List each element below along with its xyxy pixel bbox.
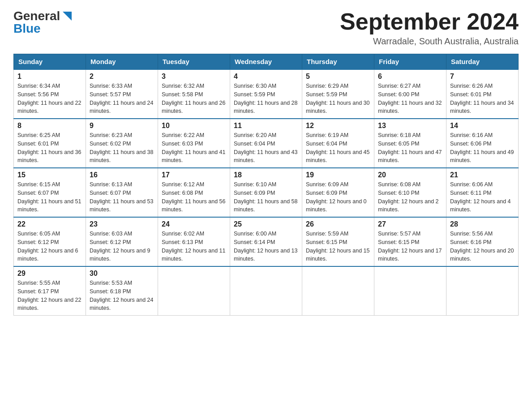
day-cell: 17 Sunrise: 6:12 AM Sunset: 6:08 PM Dayl… bbox=[158, 168, 230, 217]
day-cell bbox=[302, 266, 374, 316]
day-number: 27 bbox=[378, 220, 442, 228]
day-cell: 20 Sunrise: 6:08 AM Sunset: 6:10 PM Dayl… bbox=[374, 168, 446, 217]
header: General Blue September 2024 Warradale, S… bbox=[13, 9, 519, 47]
day-cell: 7 Sunrise: 6:26 AM Sunset: 6:01 PM Dayli… bbox=[446, 69, 519, 119]
day-cell bbox=[446, 266, 519, 316]
day-cell: 29 Sunrise: 5:55 AM Sunset: 6:17 PM Dayl… bbox=[14, 266, 86, 316]
day-number: 18 bbox=[234, 171, 298, 179]
day-info: Sunrise: 6:34 AM Sunset: 5:56 PM Dayligh… bbox=[17, 82, 82, 116]
day-number: 16 bbox=[90, 171, 154, 179]
day-cell: 16 Sunrise: 6:13 AM Sunset: 6:07 PM Dayl… bbox=[86, 168, 158, 217]
day-info: Sunrise: 6:26 AM Sunset: 6:01 PM Dayligh… bbox=[450, 82, 515, 116]
day-number: 14 bbox=[450, 122, 515, 130]
day-number: 7 bbox=[450, 73, 515, 81]
day-cell: 13 Sunrise: 6:18 AM Sunset: 6:05 PM Dayl… bbox=[374, 119, 446, 168]
header-row: SundayMondayTuesdayWednesdayThursdayFrid… bbox=[14, 54, 519, 70]
calendar-subtitle: Warradale, South Australia, Australia bbox=[340, 36, 519, 47]
header-tuesday: Tuesday bbox=[158, 54, 230, 70]
day-info: Sunrise: 6:23 AM Sunset: 6:02 PM Dayligh… bbox=[90, 131, 154, 165]
day-number: 20 bbox=[378, 171, 442, 179]
title-area: September 2024 Warradale, South Australi… bbox=[340, 9, 519, 47]
day-number: 3 bbox=[162, 73, 226, 81]
day-cell: 23 Sunrise: 6:03 AM Sunset: 6:12 PM Dayl… bbox=[86, 217, 158, 266]
calendar-table: SundayMondayTuesdayWednesdayThursdayFrid… bbox=[13, 54, 519, 316]
week-row-2: 8 Sunrise: 6:25 AM Sunset: 6:01 PM Dayli… bbox=[14, 119, 519, 168]
day-cell: 19 Sunrise: 6:09 AM Sunset: 6:09 PM Dayl… bbox=[302, 168, 374, 217]
day-info: Sunrise: 6:33 AM Sunset: 5:57 PM Dayligh… bbox=[90, 82, 154, 116]
week-row-5: 29 Sunrise: 5:55 AM Sunset: 6:17 PM Dayl… bbox=[14, 266, 519, 316]
day-info: Sunrise: 6:25 AM Sunset: 6:01 PM Dayligh… bbox=[17, 131, 82, 165]
day-cell: 5 Sunrise: 6:29 AM Sunset: 5:59 PM Dayli… bbox=[302, 69, 374, 119]
day-number: 15 bbox=[17, 171, 82, 179]
day-cell: 30 Sunrise: 5:53 AM Sunset: 6:18 PM Dayl… bbox=[86, 266, 158, 316]
day-cell bbox=[230, 266, 302, 316]
day-number: 13 bbox=[378, 122, 442, 130]
day-info: Sunrise: 5:53 AM Sunset: 6:18 PM Dayligh… bbox=[90, 279, 154, 313]
logo-blue-text: Blue bbox=[13, 21, 41, 36]
day-number: 24 bbox=[162, 220, 226, 228]
day-info: Sunrise: 6:05 AM Sunset: 6:12 PM Dayligh… bbox=[17, 230, 82, 263]
day-info: Sunrise: 6:18 AM Sunset: 6:05 PM Dayligh… bbox=[378, 131, 442, 165]
day-number: 17 bbox=[162, 171, 226, 179]
day-info: Sunrise: 6:02 AM Sunset: 6:13 PM Dayligh… bbox=[162, 230, 226, 263]
day-number: 23 bbox=[90, 220, 154, 228]
svg-marker-0 bbox=[63, 12, 72, 21]
day-info: Sunrise: 6:15 AM Sunset: 6:07 PM Dayligh… bbox=[17, 180, 82, 214]
day-number: 26 bbox=[306, 220, 370, 228]
day-number: 25 bbox=[234, 220, 298, 228]
day-cell: 28 Sunrise: 5:56 AM Sunset: 6:16 PM Dayl… bbox=[446, 217, 519, 266]
day-number: 2 bbox=[90, 73, 154, 81]
day-info: Sunrise: 6:10 AM Sunset: 6:09 PM Dayligh… bbox=[234, 180, 298, 214]
day-info: Sunrise: 6:27 AM Sunset: 6:00 PM Dayligh… bbox=[378, 82, 442, 116]
day-cell: 26 Sunrise: 5:59 AM Sunset: 6:15 PM Dayl… bbox=[302, 217, 374, 266]
day-number: 11 bbox=[234, 122, 298, 130]
day-info: Sunrise: 6:09 AM Sunset: 6:09 PM Dayligh… bbox=[306, 180, 370, 214]
day-number: 8 bbox=[17, 122, 82, 130]
day-number: 22 bbox=[17, 220, 82, 228]
day-info: Sunrise: 5:57 AM Sunset: 6:15 PM Dayligh… bbox=[378, 230, 442, 263]
day-cell: 18 Sunrise: 6:10 AM Sunset: 6:09 PM Dayl… bbox=[230, 168, 302, 217]
day-cell: 3 Sunrise: 6:32 AM Sunset: 5:58 PM Dayli… bbox=[158, 69, 230, 119]
day-cell: 15 Sunrise: 6:15 AM Sunset: 6:07 PM Dayl… bbox=[14, 168, 86, 217]
day-info: Sunrise: 6:08 AM Sunset: 6:10 PM Dayligh… bbox=[378, 180, 442, 214]
day-cell: 11 Sunrise: 6:20 AM Sunset: 6:04 PM Dayl… bbox=[230, 119, 302, 168]
day-info: Sunrise: 6:12 AM Sunset: 6:08 PM Dayligh… bbox=[162, 180, 226, 214]
header-friday: Friday bbox=[374, 54, 446, 70]
day-info: Sunrise: 6:06 AM Sunset: 6:11 PM Dayligh… bbox=[450, 180, 515, 214]
week-row-4: 22 Sunrise: 6:05 AM Sunset: 6:12 PM Dayl… bbox=[14, 217, 519, 266]
day-cell bbox=[158, 266, 230, 316]
logo-triangle-icon bbox=[61, 10, 73, 22]
day-info: Sunrise: 6:19 AM Sunset: 6:04 PM Dayligh… bbox=[306, 131, 370, 165]
header-wednesday: Wednesday bbox=[230, 54, 302, 70]
header-sunday: Sunday bbox=[14, 54, 86, 70]
week-row-3: 15 Sunrise: 6:15 AM Sunset: 6:07 PM Dayl… bbox=[14, 168, 519, 217]
week-row-1: 1 Sunrise: 6:34 AM Sunset: 5:56 PM Dayli… bbox=[14, 69, 519, 119]
day-cell: 2 Sunrise: 6:33 AM Sunset: 5:57 PM Dayli… bbox=[86, 69, 158, 119]
day-number: 10 bbox=[162, 122, 226, 130]
day-number: 9 bbox=[90, 122, 154, 130]
day-info: Sunrise: 6:30 AM Sunset: 5:59 PM Dayligh… bbox=[234, 82, 298, 116]
day-number: 5 bbox=[306, 73, 370, 81]
day-cell: 25 Sunrise: 6:00 AM Sunset: 6:14 PM Dayl… bbox=[230, 217, 302, 266]
day-number: 12 bbox=[306, 122, 370, 130]
day-cell bbox=[374, 266, 446, 316]
day-cell: 12 Sunrise: 6:19 AM Sunset: 6:04 PM Dayl… bbox=[302, 119, 374, 168]
day-number: 19 bbox=[306, 171, 370, 179]
calendar-title: September 2024 bbox=[340, 9, 519, 34]
day-number: 30 bbox=[90, 270, 154, 278]
day-cell: 9 Sunrise: 6:23 AM Sunset: 6:02 PM Dayli… bbox=[86, 119, 158, 168]
day-cell: 27 Sunrise: 5:57 AM Sunset: 6:15 PM Dayl… bbox=[374, 217, 446, 266]
day-cell: 8 Sunrise: 6:25 AM Sunset: 6:01 PM Dayli… bbox=[14, 119, 86, 168]
day-number: 4 bbox=[234, 73, 298, 81]
day-cell: 21 Sunrise: 6:06 AM Sunset: 6:11 PM Dayl… bbox=[446, 168, 519, 217]
day-info: Sunrise: 6:29 AM Sunset: 5:59 PM Dayligh… bbox=[306, 82, 370, 116]
day-info: Sunrise: 6:00 AM Sunset: 6:14 PM Dayligh… bbox=[234, 230, 298, 263]
day-cell: 1 Sunrise: 6:34 AM Sunset: 5:56 PM Dayli… bbox=[14, 69, 86, 119]
header-thursday: Thursday bbox=[302, 54, 374, 70]
day-info: Sunrise: 5:56 AM Sunset: 6:16 PM Dayligh… bbox=[450, 230, 515, 263]
header-monday: Monday bbox=[86, 54, 158, 70]
day-number: 21 bbox=[450, 171, 515, 179]
day-info: Sunrise: 5:59 AM Sunset: 6:15 PM Dayligh… bbox=[306, 230, 370, 263]
day-number: 1 bbox=[17, 73, 82, 81]
day-info: Sunrise: 6:13 AM Sunset: 6:07 PM Dayligh… bbox=[90, 180, 154, 214]
